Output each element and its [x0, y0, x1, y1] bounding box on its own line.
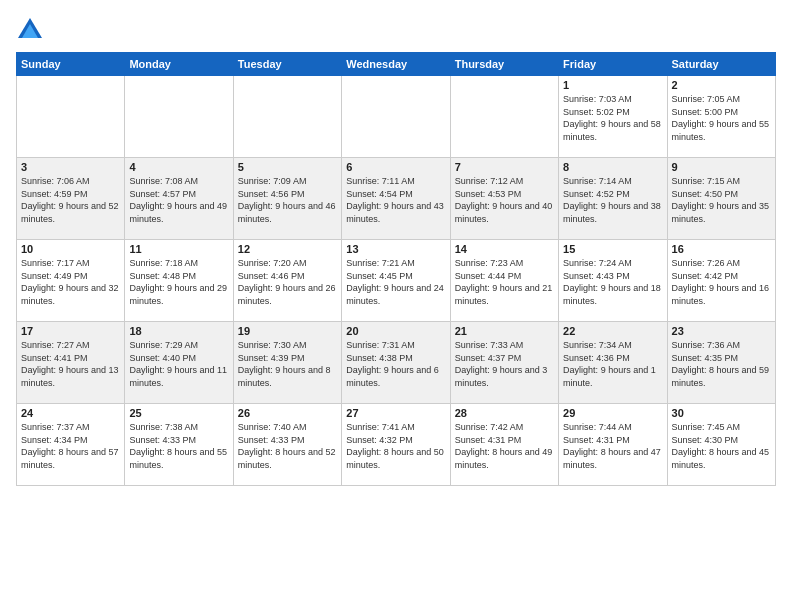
day-number: 14 — [455, 243, 554, 255]
day-number: 1 — [563, 79, 662, 91]
day-number: 13 — [346, 243, 445, 255]
day-cell: 3Sunrise: 7:06 AM Sunset: 4:59 PM Daylig… — [17, 158, 125, 240]
day-cell: 22Sunrise: 7:34 AM Sunset: 4:36 PM Dayli… — [559, 322, 667, 404]
day-cell: 13Sunrise: 7:21 AM Sunset: 4:45 PM Dayli… — [342, 240, 450, 322]
week-row-4: 24Sunrise: 7:37 AM Sunset: 4:34 PM Dayli… — [17, 404, 776, 486]
day-cell: 17Sunrise: 7:27 AM Sunset: 4:41 PM Dayli… — [17, 322, 125, 404]
day-number: 26 — [238, 407, 337, 419]
day-info: Sunrise: 7:38 AM Sunset: 4:33 PM Dayligh… — [129, 421, 228, 471]
day-info: Sunrise: 7:42 AM Sunset: 4:31 PM Dayligh… — [455, 421, 554, 471]
day-info: Sunrise: 7:31 AM Sunset: 4:38 PM Dayligh… — [346, 339, 445, 389]
day-cell: 19Sunrise: 7:30 AM Sunset: 4:39 PM Dayli… — [233, 322, 341, 404]
day-info: Sunrise: 7:08 AM Sunset: 4:57 PM Dayligh… — [129, 175, 228, 225]
header-monday: Monday — [125, 53, 233, 76]
day-number: 27 — [346, 407, 445, 419]
header — [16, 12, 776, 44]
header-thursday: Thursday — [450, 53, 558, 76]
day-info: Sunrise: 7:09 AM Sunset: 4:56 PM Dayligh… — [238, 175, 337, 225]
day-cell — [450, 76, 558, 158]
day-cell: 12Sunrise: 7:20 AM Sunset: 4:46 PM Dayli… — [233, 240, 341, 322]
day-cell: 8Sunrise: 7:14 AM Sunset: 4:52 PM Daylig… — [559, 158, 667, 240]
day-number: 16 — [672, 243, 771, 255]
day-number: 21 — [455, 325, 554, 337]
day-info: Sunrise: 7:12 AM Sunset: 4:53 PM Dayligh… — [455, 175, 554, 225]
day-cell: 4Sunrise: 7:08 AM Sunset: 4:57 PM Daylig… — [125, 158, 233, 240]
header-row: SundayMondayTuesdayWednesdayThursdayFrid… — [17, 53, 776, 76]
day-number: 3 — [21, 161, 120, 173]
week-row-0: 1Sunrise: 7:03 AM Sunset: 5:02 PM Daylig… — [17, 76, 776, 158]
calendar-table: SundayMondayTuesdayWednesdayThursdayFrid… — [16, 52, 776, 486]
day-cell: 23Sunrise: 7:36 AM Sunset: 4:35 PM Dayli… — [667, 322, 775, 404]
logo — [16, 16, 48, 44]
day-number: 19 — [238, 325, 337, 337]
day-info: Sunrise: 7:40 AM Sunset: 4:33 PM Dayligh… — [238, 421, 337, 471]
day-number: 10 — [21, 243, 120, 255]
day-info: Sunrise: 7:36 AM Sunset: 4:35 PM Dayligh… — [672, 339, 771, 389]
day-info: Sunrise: 7:18 AM Sunset: 4:48 PM Dayligh… — [129, 257, 228, 307]
day-number: 11 — [129, 243, 228, 255]
day-cell: 21Sunrise: 7:33 AM Sunset: 4:37 PM Dayli… — [450, 322, 558, 404]
day-cell: 27Sunrise: 7:41 AM Sunset: 4:32 PM Dayli… — [342, 404, 450, 486]
day-info: Sunrise: 7:26 AM Sunset: 4:42 PM Dayligh… — [672, 257, 771, 307]
day-cell: 2Sunrise: 7:05 AM Sunset: 5:00 PM Daylig… — [667, 76, 775, 158]
day-cell — [17, 76, 125, 158]
day-info: Sunrise: 7:33 AM Sunset: 4:37 PM Dayligh… — [455, 339, 554, 389]
day-number: 25 — [129, 407, 228, 419]
calendar-body: 1Sunrise: 7:03 AM Sunset: 5:02 PM Daylig… — [17, 76, 776, 486]
day-number: 20 — [346, 325, 445, 337]
page: SundayMondayTuesdayWednesdayThursdayFrid… — [0, 0, 792, 612]
day-number: 28 — [455, 407, 554, 419]
day-number: 18 — [129, 325, 228, 337]
day-info: Sunrise: 7:44 AM Sunset: 4:31 PM Dayligh… — [563, 421, 662, 471]
day-info: Sunrise: 7:20 AM Sunset: 4:46 PM Dayligh… — [238, 257, 337, 307]
day-number: 22 — [563, 325, 662, 337]
day-number: 8 — [563, 161, 662, 173]
logo-icon — [16, 16, 44, 44]
day-cell — [233, 76, 341, 158]
day-cell — [125, 76, 233, 158]
day-number: 24 — [21, 407, 120, 419]
header-tuesday: Tuesday — [233, 53, 341, 76]
day-cell: 1Sunrise: 7:03 AM Sunset: 5:02 PM Daylig… — [559, 76, 667, 158]
day-info: Sunrise: 7:14 AM Sunset: 4:52 PM Dayligh… — [563, 175, 662, 225]
week-row-3: 17Sunrise: 7:27 AM Sunset: 4:41 PM Dayli… — [17, 322, 776, 404]
day-info: Sunrise: 7:03 AM Sunset: 5:02 PM Dayligh… — [563, 93, 662, 143]
day-info: Sunrise: 7:30 AM Sunset: 4:39 PM Dayligh… — [238, 339, 337, 389]
day-info: Sunrise: 7:37 AM Sunset: 4:34 PM Dayligh… — [21, 421, 120, 471]
day-number: 12 — [238, 243, 337, 255]
day-cell: 5Sunrise: 7:09 AM Sunset: 4:56 PM Daylig… — [233, 158, 341, 240]
header-friday: Friday — [559, 53, 667, 76]
day-number: 5 — [238, 161, 337, 173]
day-number: 7 — [455, 161, 554, 173]
day-cell: 18Sunrise: 7:29 AM Sunset: 4:40 PM Dayli… — [125, 322, 233, 404]
header-saturday: Saturday — [667, 53, 775, 76]
day-info: Sunrise: 7:05 AM Sunset: 5:00 PM Dayligh… — [672, 93, 771, 143]
day-number: 29 — [563, 407, 662, 419]
day-info: Sunrise: 7:23 AM Sunset: 4:44 PM Dayligh… — [455, 257, 554, 307]
week-row-1: 3Sunrise: 7:06 AM Sunset: 4:59 PM Daylig… — [17, 158, 776, 240]
day-number: 23 — [672, 325, 771, 337]
day-cell: 26Sunrise: 7:40 AM Sunset: 4:33 PM Dayli… — [233, 404, 341, 486]
week-row-2: 10Sunrise: 7:17 AM Sunset: 4:49 PM Dayli… — [17, 240, 776, 322]
day-cell: 6Sunrise: 7:11 AM Sunset: 4:54 PM Daylig… — [342, 158, 450, 240]
day-number: 17 — [21, 325, 120, 337]
day-info: Sunrise: 7:06 AM Sunset: 4:59 PM Dayligh… — [21, 175, 120, 225]
day-info: Sunrise: 7:27 AM Sunset: 4:41 PM Dayligh… — [21, 339, 120, 389]
day-cell: 29Sunrise: 7:44 AM Sunset: 4:31 PM Dayli… — [559, 404, 667, 486]
calendar-header: SundayMondayTuesdayWednesdayThursdayFrid… — [17, 53, 776, 76]
day-info: Sunrise: 7:41 AM Sunset: 4:32 PM Dayligh… — [346, 421, 445, 471]
day-cell: 10Sunrise: 7:17 AM Sunset: 4:49 PM Dayli… — [17, 240, 125, 322]
day-info: Sunrise: 7:11 AM Sunset: 4:54 PM Dayligh… — [346, 175, 445, 225]
day-info: Sunrise: 7:15 AM Sunset: 4:50 PM Dayligh… — [672, 175, 771, 225]
header-wednesday: Wednesday — [342, 53, 450, 76]
day-cell: 14Sunrise: 7:23 AM Sunset: 4:44 PM Dayli… — [450, 240, 558, 322]
day-number: 4 — [129, 161, 228, 173]
day-number: 9 — [672, 161, 771, 173]
day-cell: 24Sunrise: 7:37 AM Sunset: 4:34 PM Dayli… — [17, 404, 125, 486]
day-cell: 20Sunrise: 7:31 AM Sunset: 4:38 PM Dayli… — [342, 322, 450, 404]
day-cell: 11Sunrise: 7:18 AM Sunset: 4:48 PM Dayli… — [125, 240, 233, 322]
day-number: 2 — [672, 79, 771, 91]
day-number: 6 — [346, 161, 445, 173]
day-cell: 16Sunrise: 7:26 AM Sunset: 4:42 PM Dayli… — [667, 240, 775, 322]
day-number: 30 — [672, 407, 771, 419]
